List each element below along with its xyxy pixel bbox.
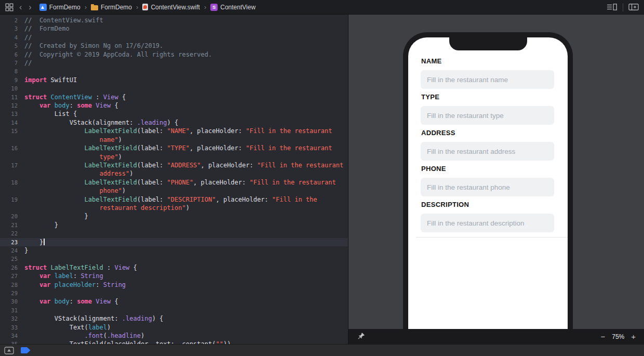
project-icon [39, 4, 47, 11]
placeholder-text: Fill in the restaurant address [427, 148, 515, 155]
code-line[interactable]: 30var body: some View { [0, 297, 348, 306]
code-line[interactable]: address") [0, 169, 348, 178]
code-text: LabelTextField(label: "NAME", placeHolde… [24, 127, 332, 135]
code-line[interactable]: 16LabelTextField(label: "TYPE", placeHol… [0, 144, 348, 152]
code-text: .font(.headline) [24, 332, 144, 340]
code-line[interactable]: 2// ContentView.swift [0, 16, 348, 24]
line-number: 32 [0, 314, 24, 323]
line-number: 7 [0, 59, 24, 67]
code-line[interactable]: 7// [0, 59, 348, 67]
text-field[interactable]: Fill in the restaurant phone [421, 178, 554, 196]
text-field[interactable]: Fill in the restaurant address [421, 142, 554, 161]
swift-file-icon [142, 4, 148, 10]
line-number: 20 [0, 212, 24, 220]
text-field[interactable]: Fill in the restaurant name [421, 70, 554, 89]
field-label: DESCRIPTION [421, 201, 469, 208]
breadcrumb-separator-icon: › [204, 3, 206, 11]
iphone-device-frame: NAMEFill in the restaurant nameTYPEFill … [403, 32, 573, 329]
code-text: } [24, 246, 28, 255]
placeholder-text: Fill in the restaurant type [427, 112, 504, 120]
line-number [0, 204, 24, 212]
placeholder-text: Fill in the restaurant name [427, 76, 508, 84]
pin-preview-button[interactable] [357, 333, 365, 340]
code-text: VStack(alignment: .leading) { [24, 314, 163, 323]
code-line[interactable]: 24} [0, 246, 348, 255]
code-text: LabelTextField(label: "PHONE", placeHold… [24, 178, 336, 187]
editor-options-icon[interactable] [607, 3, 618, 11]
code-line[interactable]: 21} [0, 221, 348, 229]
forward-button[interactable]: › [28, 3, 32, 11]
placeholder-text: Fill in the restaurant phone [427, 183, 510, 191]
line-number: 10 [0, 84, 24, 93]
code-text: import SwiftUI [24, 76, 77, 84]
code-line[interactable]: 32VStack(alignment: .leading) { [0, 314, 348, 323]
code-line[interactable]: 13List { [0, 110, 348, 118]
code-line[interactable]: 10 [0, 84, 348, 93]
line-number: 23 [0, 238, 24, 246]
code-line[interactable]: 34.font(.headline) [0, 332, 348, 340]
code-line[interactable]: 18LabelTextField(label: "PHONE", placeHo… [0, 178, 348, 187]
code-line[interactable]: phone") [0, 187, 348, 195]
folder-icon [91, 5, 98, 10]
code-line[interactable]: 19LabelTextField(label: "DESCRIPTION", p… [0, 195, 348, 204]
code-line[interactable]: 26struct LabelTextField : View { [0, 263, 348, 272]
line-number: 26 [0, 263, 24, 272]
line-number: 12 [0, 101, 24, 110]
zoom-in-button[interactable]: + [631, 333, 636, 340]
breadcrumb-item[interactable]: FormDemo [39, 4, 81, 11]
text-field[interactable]: Fill in the restaurant type [421, 106, 554, 125]
line-number: 15 [0, 127, 24, 135]
line-number: 5 [0, 42, 24, 50]
device-area: NAMEFill in the restaurant nameTYPEFill … [348, 15, 644, 329]
canvas-bottom-bar: − 75% + [348, 329, 644, 344]
breadcrumb-item[interactable]: ContentView.swift [142, 4, 200, 11]
code-line[interactable]: 20} [0, 212, 348, 220]
code-line[interactable]: 33Text(label) [0, 323, 348, 332]
code-line[interactable]: 5// Created by Simon Ng on 17/6/2019. [0, 42, 348, 50]
code-line[interactable]: restaurant description") [0, 204, 348, 212]
code-line[interactable]: 22 [0, 229, 348, 238]
line-number: 16 [0, 144, 24, 152]
triangle-in-square-icon[interactable] [4, 347, 14, 354]
code-text: var body: some View { [24, 297, 118, 306]
back-button[interactable]: ‹ [18, 3, 23, 11]
code-line[interactable]: 6// Copyright © 2019 AppCoda. All rights… [0, 50, 348, 59]
code-line[interactable]: 28var placeHolder: String [0, 281, 348, 289]
breadcrumb-item[interactable]: FormDemo [91, 4, 132, 11]
code-line[interactable]: type") [0, 153, 348, 161]
code-line[interactable]: 11struct ContentView : View { [0, 93, 348, 101]
code-line[interactable]: 17LabelTextField(label: "ADDRESS", place… [0, 161, 348, 169]
code-text: // [24, 59, 32, 67]
editor-shortcuts-grid-icon[interactable] [5, 3, 14, 11]
line-number: 24 [0, 246, 24, 255]
field-label: NAME [421, 57, 441, 65]
zoom-out-button[interactable]: − [600, 333, 605, 340]
code-line[interactable]: 8 [0, 67, 348, 75]
code-line[interactable]: 23} [0, 238, 348, 246]
code-line[interactable]: 35TextField(placeHolder, text: .constant… [0, 340, 348, 344]
code-editor[interactable]: 2// ContentView.swift3// FormDemo4//5// … [0, 15, 348, 344]
text-cursor [44, 239, 45, 245]
code-line[interactable]: 12var body: some View { [0, 101, 348, 110]
code-line[interactable]: 31 [0, 306, 348, 314]
code-line[interactable]: name") [0, 136, 348, 144]
line-number: 14 [0, 118, 24, 127]
code-text: TextField(placeHolder, text: .constant("… [24, 340, 231, 344]
text-field[interactable]: Fill in the restaurant description [421, 214, 554, 232]
code-line[interactable]: 14VStack(alignment: .leading) { [0, 118, 348, 127]
code-text: var label: String [24, 272, 103, 280]
breakpoints-toggle-icon[interactable] [21, 347, 31, 353]
line-number: 8 [0, 67, 24, 75]
code-text: } [24, 238, 45, 246]
code-text: List { [24, 110, 77, 118]
code-line[interactable]: 29 [0, 289, 348, 297]
code-line[interactable]: 4// [0, 33, 348, 42]
code-line[interactable]: 25 [0, 255, 348, 263]
code-line[interactable]: 9import SwiftUI [0, 76, 348, 84]
line-number [0, 169, 24, 178]
add-editor-icon[interactable] [628, 3, 639, 11]
breadcrumb-item[interactable]: SContentView [210, 4, 256, 11]
code-line[interactable]: 3// FormDemo [0, 24, 348, 33]
code-line[interactable]: 27var label: String [0, 272, 348, 280]
code-line[interactable]: 15LabelTextField(label: "NAME", placeHol… [0, 127, 348, 135]
